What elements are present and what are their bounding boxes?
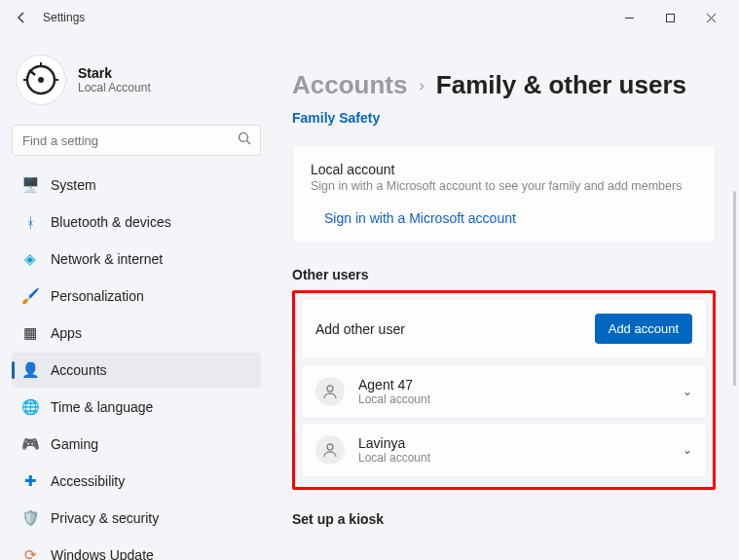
other-users-label: Other users bbox=[292, 267, 716, 282]
nav-network[interactable]: ◈Network & internet bbox=[12, 242, 261, 277]
bluetooth-icon: ᚼ bbox=[21, 213, 39, 231]
breadcrumb: Accounts › Family & other users bbox=[292, 70, 716, 100]
content-area: Accounts › Family & other users Family S… bbox=[273, 35, 739, 560]
svg-point-4 bbox=[240, 133, 248, 142]
profile-name: Stark bbox=[78, 65, 151, 81]
shield-icon: 🛡️ bbox=[21, 509, 39, 527]
nav-label: Bluetooth & devices bbox=[51, 214, 171, 230]
window-title: Settings bbox=[43, 11, 85, 24]
apps-icon: ▦ bbox=[21, 324, 39, 342]
nav-label: Accounts bbox=[51, 362, 107, 378]
add-account-button[interactable]: Add account bbox=[595, 314, 692, 344]
nav-update[interactable]: ⟳Windows Update bbox=[12, 538, 261, 560]
back-button[interactable] bbox=[8, 4, 35, 31]
profile-type: Local Account bbox=[78, 81, 151, 94]
display-icon: 🖥️ bbox=[21, 176, 39, 194]
game-icon: 🎮 bbox=[21, 435, 39, 453]
user-name: Lavinya bbox=[358, 435, 430, 451]
nav-label: Privacy & security bbox=[51, 510, 159, 526]
svg-point-7 bbox=[327, 444, 333, 450]
nav-time[interactable]: 🌐Time & language bbox=[12, 390, 261, 425]
sidebar: Stark Local Account 🖥️System ᚼBluetooth … bbox=[0, 35, 273, 560]
sign-in-microsoft-link[interactable]: Sign in with a Microsoft account bbox=[324, 210, 516, 226]
chevron-down-icon[interactable]: ⌄ bbox=[683, 443, 692, 457]
user-row[interactable]: Lavinya Local account ⌄ bbox=[301, 423, 707, 477]
maximize-button[interactable] bbox=[649, 3, 690, 32]
user-type: Local account bbox=[358, 451, 430, 465]
card-desc: Sign in with a Microsoft account to see … bbox=[311, 179, 697, 193]
nav-gaming[interactable]: 🎮Gaming bbox=[12, 427, 261, 462]
accessibility-icon: ✚ bbox=[21, 472, 39, 490]
minimize-button[interactable] bbox=[609, 3, 649, 32]
nav-system[interactable]: 🖥️System bbox=[12, 168, 261, 203]
family-safety-link[interactable]: Family Safety bbox=[292, 110, 380, 126]
user-name: Agent 47 bbox=[358, 377, 430, 392]
page-title: Family & other users bbox=[436, 70, 686, 100]
search-icon bbox=[238, 131, 251, 148]
other-users-section: Add other user Add account Agent 47 Loca… bbox=[292, 290, 716, 490]
nav-label: Network & internet bbox=[51, 251, 163, 267]
svg-point-3 bbox=[38, 77, 44, 83]
add-user-row: Add other user Add account bbox=[301, 299, 707, 358]
close-button[interactable] bbox=[690, 3, 731, 32]
nav-label: System bbox=[51, 177, 96, 193]
breadcrumb-parent[interactable]: Accounts bbox=[292, 70, 407, 100]
nav-label: Windows Update bbox=[51, 547, 154, 560]
chevron-right-icon: › bbox=[419, 77, 424, 94]
window-controls bbox=[609, 3, 731, 32]
kiosk-label: Set up a kiosk bbox=[292, 511, 716, 527]
user-row[interactable]: Agent 47 Local account ⌄ bbox=[301, 364, 707, 419]
nav-label: Personalization bbox=[51, 288, 144, 304]
profile-block[interactable]: Stark Local Account bbox=[12, 51, 261, 121]
person-icon bbox=[315, 377, 345, 406]
search-input[interactable] bbox=[12, 125, 261, 156]
wifi-icon: ◈ bbox=[21, 250, 39, 268]
nav-label: Gaming bbox=[51, 436, 98, 452]
nav-personalization[interactable]: 🖌️Personalization bbox=[12, 279, 261, 314]
svg-line-5 bbox=[247, 141, 251, 145]
update-icon: ⟳ bbox=[21, 546, 39, 560]
svg-point-6 bbox=[327, 386, 333, 392]
local-account-card: Local account Sign in with a Microsoft a… bbox=[292, 145, 716, 243]
search-box bbox=[12, 125, 261, 156]
nav-bluetooth[interactable]: ᚼBluetooth & devices bbox=[12, 205, 261, 240]
add-user-label: Add other user bbox=[315, 321, 405, 337]
person-icon bbox=[315, 435, 345, 465]
nav-label: Apps bbox=[51, 325, 82, 341]
clock-icon: 🌐 bbox=[21, 398, 39, 416]
nav-apps[interactable]: ▦Apps bbox=[12, 316, 261, 351]
chevron-down-icon[interactable]: ⌄ bbox=[683, 385, 692, 398]
brush-icon: 🖌️ bbox=[21, 287, 39, 305]
person-icon: 👤 bbox=[21, 361, 39, 379]
titlebar: Settings bbox=[0, 0, 739, 35]
card-title: Local account bbox=[311, 162, 697, 177]
nav-accounts[interactable]: 👤Accounts bbox=[12, 353, 261, 388]
scrollbar[interactable] bbox=[733, 191, 736, 386]
nav-label: Accessibility bbox=[51, 473, 125, 489]
nav-list: 🖥️System ᚼBluetooth & devices ◈Network &… bbox=[12, 168, 261, 560]
nav-accessibility[interactable]: ✚Accessibility bbox=[12, 464, 261, 499]
svg-rect-1 bbox=[666, 14, 674, 21]
nav-privacy[interactable]: 🛡️Privacy & security bbox=[12, 501, 261, 536]
nav-label: Time & language bbox=[51, 399, 153, 415]
avatar bbox=[16, 55, 66, 105]
user-type: Local account bbox=[358, 392, 430, 406]
